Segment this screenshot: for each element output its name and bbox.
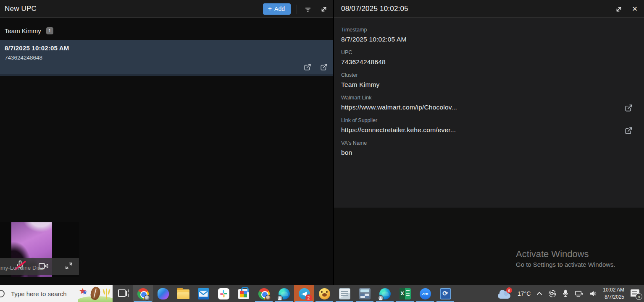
search-doodle: ★ ★	[78, 285, 113, 302]
windows-taskbar: ★ ★	[0, 285, 644, 302]
taskbar-sync-app[interactable]: ⟳	[435, 285, 455, 302]
weather-widget[interactable]: 6	[498, 288, 512, 299]
hamster-app-icon	[319, 288, 330, 299]
open-link-icon[interactable]	[304, 63, 311, 71]
profile-avatar	[144, 295, 150, 301]
app-window: New UPC + Add Team Kimmy	[0, 0, 644, 285]
cloud-icon	[498, 293, 510, 299]
profile-avatar	[277, 295, 283, 301]
video-controls-bar: mmy-Lorraine Diaz	[0, 258, 79, 275]
field-walmart-link: Walmart Link https://www.walmart.com/ip/…	[341, 95, 637, 111]
desktop-screen: New UPC + Add Team Kimmy	[0, 0, 644, 302]
field-value: bon	[341, 149, 616, 156]
expand-detail-icon[interactable]	[614, 4, 624, 14]
field-timestamp: Timestamp 8/7/2025 10:02:05 AM	[341, 27, 637, 43]
taskbar-zoom[interactable]: zm	[415, 285, 435, 302]
record-timestamp: 8/7/2025 10:02:05 AM	[5, 44, 329, 52]
taskbar-telegram[interactable]: 2	[294, 285, 314, 302]
taskbar-calculator[interactable]	[355, 285, 375, 302]
field-value-link[interactable]: https://connectretailer.kehe.com/ever...	[341, 126, 616, 134]
goalpost-icon	[103, 289, 109, 299]
telegram-badge: 2	[305, 294, 312, 301]
filter-icon[interactable]	[303, 4, 313, 14]
zoom-glyph: zm	[422, 291, 428, 296]
expand-panel-icon[interactable]	[319, 4, 329, 14]
task-view-icon	[118, 289, 129, 299]
notification-badge: 9	[636, 293, 642, 300]
close-icon[interactable]: ✕	[630, 4, 640, 14]
mail-icon	[198, 288, 209, 299]
video-call-thumbnail[interactable]: mmy-Lorraine Diaz	[0, 222, 79, 277]
add-button[interactable]: + Add	[263, 3, 291, 15]
star-icon: ★	[82, 289, 87, 296]
tray-date: 8/7/2025	[603, 294, 624, 301]
plus-icon: +	[268, 5, 272, 12]
tray-chevron-up-icon[interactable]	[536, 290, 543, 297]
taskbar-file-explorer[interactable]	[173, 285, 193, 302]
field-label: VA's Name	[341, 140, 616, 146]
network-icon[interactable]	[574, 290, 584, 297]
zoom-icon: zm	[420, 288, 431, 299]
profile-avatar	[265, 295, 271, 301]
meet-now-icon[interactable]	[548, 289, 557, 298]
detail-panel-header: 08/07/2025 10:02:05 ✕	[334, 0, 644, 18]
excel-x-glyph: X	[400, 290, 405, 297]
open-link-icon[interactable]	[320, 63, 328, 71]
tray-time: 10:02 AM	[603, 286, 624, 294]
group-count-badge: 1	[46, 27, 53, 34]
taskbar-notepad[interactable]	[334, 285, 355, 302]
taskbar-copilot[interactable]	[153, 285, 173, 302]
taskbar-hamster-app[interactable]	[314, 285, 334, 302]
slack-icon	[218, 288, 229, 299]
search-icon	[0, 290, 5, 297]
list-panel-header: New UPC + Add	[0, 0, 333, 18]
field-cluster: Cluster Team Kimmy	[341, 72, 637, 89]
tray-mic-icon[interactable]	[562, 289, 569, 298]
open-link-icon[interactable]	[625, 104, 633, 114]
expand-video-icon[interactable]	[64, 261, 74, 273]
temperature-label[interactable]: 17°C	[518, 290, 531, 297]
field-label: Cluster	[341, 72, 616, 78]
field-value: 8/7/2025 10:02:05 AM	[341, 36, 616, 43]
field-supplier-link: Link of Supplier https://connectretailer…	[341, 117, 637, 134]
ms-store-icon	[238, 289, 249, 299]
field-value-link[interactable]: https://www.walmart.com/ip/Chocolov...	[341, 104, 616, 111]
taskbar-edge-1[interactable]	[274, 285, 294, 302]
taskbar-mail[interactable]	[193, 285, 213, 302]
chrome-icon	[137, 288, 149, 299]
volume-icon[interactable]	[589, 290, 597, 297]
field-label: UPC	[341, 49, 616, 55]
task-view-button[interactable]	[114, 285, 133, 302]
action-center-button[interactable]: 9	[630, 289, 641, 298]
record-card-actions	[304, 63, 328, 71]
participant-name: mmy-Lorraine Diaz	[0, 265, 44, 271]
detail-fields: Timestamp 8/7/2025 10:02:05 AM UPC 74362…	[334, 18, 644, 208]
copilot-icon	[158, 288, 169, 299]
sync-app-icon: ⟳	[440, 288, 451, 299]
list-header-actions: + Add	[263, 0, 329, 18]
field-label: Link of Supplier	[341, 117, 616, 123]
detail-title: 08/07/2025 10:02:05	[334, 5, 408, 13]
field-va-name: VA's Name bon	[341, 140, 637, 156]
taskbar-edge-2[interactable]	[375, 285, 395, 302]
field-label: Walmart Link	[341, 95, 616, 101]
search-input[interactable]	[11, 285, 78, 302]
system-tray: 6 17°C 10:02 AM 8/7/2025	[498, 285, 644, 302]
taskbar-ms-store[interactable]	[234, 285, 254, 302]
header-divider	[297, 5, 297, 14]
open-link-icon[interactable]	[625, 127, 633, 136]
calculator-icon	[359, 288, 371, 299]
telegram-icon: 2	[299, 288, 310, 299]
group-header[interactable]: Team Kimmy 1	[0, 21, 333, 40]
add-button-label: Add	[274, 5, 285, 12]
taskbar-search[interactable]: ★ ★	[0, 285, 113, 302]
field-value: Team Kimmy	[341, 81, 616, 89]
taskbar-slack[interactable]	[213, 285, 234, 302]
tray-clock[interactable]: 10:02 AM 8/7/2025	[603, 286, 624, 301]
record-card[interactable]: 8/7/2025 10:02:05 AM 743624248648	[0, 40, 333, 76]
taskbar-chrome-1[interactable]	[133, 285, 153, 302]
edge-icon	[379, 288, 391, 299]
taskbar-chrome-2[interactable]	[254, 285, 274, 302]
taskbar-excel[interactable]: X	[395, 285, 415, 302]
weather-badge: 6	[506, 287, 512, 293]
